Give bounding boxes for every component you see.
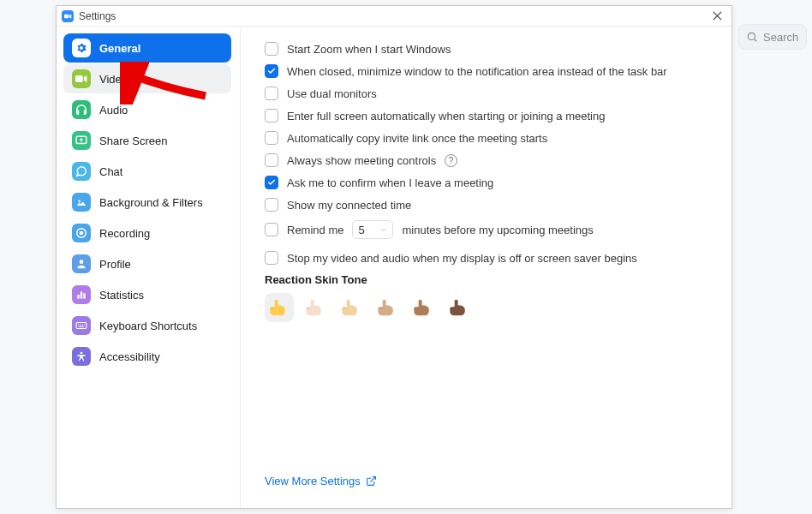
remind-minutes-value: 5	[358, 224, 364, 236]
svg-point-14	[82, 324, 83, 325]
svg-rect-2	[75, 75, 83, 82]
skin-tone-picker	[265, 293, 708, 322]
sidebar-item-keyboard-shortcuts[interactable]: Keyboard Shortcuts	[63, 311, 231, 340]
svg-rect-9	[81, 292, 82, 299]
checkbox-copy-invite-link[interactable]	[265, 131, 278, 145]
skin-tone-4[interactable]	[373, 293, 402, 322]
option-label: Enter full screen automatically when sta…	[287, 110, 605, 123]
checkbox-start-with-windows[interactable]	[265, 42, 278, 56]
sidebar-item-background-filters[interactable]: Background & Filters	[63, 188, 231, 217]
sidebar-item-label: Video	[99, 73, 128, 86]
sidebar-item-label: Share Screen	[99, 134, 168, 147]
sidebar-item-profile[interactable]: Profile	[63, 249, 231, 278]
remind-minutes-select[interactable]: 5	[352, 220, 393, 239]
window-title: Settings	[79, 10, 116, 22]
view-more-settings-link[interactable]: View More Settings	[265, 475, 377, 487]
accessibility-icon	[72, 347, 91, 366]
sidebar-item-video[interactable]: Video	[63, 64, 231, 93]
keyboard-icon	[72, 316, 91, 335]
titlebar: Settings	[57, 6, 731, 27]
option-label: Show my connected time	[287, 199, 411, 212]
record-icon	[72, 224, 91, 242]
settings-window: Settings GeneralVideoAudioShare ScreenCh…	[56, 5, 732, 509]
checkbox-dual-monitors[interactable]	[265, 87, 278, 100]
sidebar-item-audio[interactable]: Audio	[63, 95, 231, 124]
skin-tone-6[interactable]	[445, 293, 474, 322]
sidebar-item-label: Accessibility	[99, 350, 160, 363]
skin-tone-label: Reaction Skin Tone	[265, 273, 708, 286]
option-connected-time: Show my connected time	[265, 198, 708, 212]
checkbox-confirm-leave[interactable]	[265, 176, 278, 189]
settings-content: Start Zoom when I start WindowsWhen clos…	[241, 27, 731, 508]
option-label: Always show meeting controls	[287, 154, 436, 167]
svg-rect-8	[77, 295, 79, 299]
help-icon[interactable]: ?	[445, 154, 457, 167]
share-icon	[72, 131, 91, 150]
headphones-icon	[72, 100, 91, 119]
option-remind: Remind me5minutes before my upcoming mee…	[265, 220, 708, 239]
option-label: Ask me to confirm when I leave a meeting	[287, 176, 493, 189]
checkbox-connected-time[interactable]	[265, 198, 278, 212]
svg-rect-1	[64, 14, 69, 18]
zoom-app-icon	[62, 10, 74, 22]
background-search-placeholder: Search	[763, 31, 798, 44]
option-label: Stop my video and audio when my display …	[287, 252, 637, 265]
sidebar-item-label: Profile	[99, 258, 131, 271]
svg-rect-16	[79, 326, 84, 327]
svg-point-7	[80, 260, 84, 264]
svg-rect-11	[76, 323, 87, 329]
svg-rect-10	[83, 293, 85, 298]
sidebar-item-label: General	[99, 42, 140, 55]
svg-point-12	[78, 324, 79, 325]
option-label: Use dual monitors	[287, 87, 377, 100]
svg-point-4	[78, 200, 81, 203]
option-confirm-leave: Ask me to confirm when I leave a meeting	[265, 176, 708, 189]
option-label-post: minutes before my upcoming meetings	[402, 224, 593, 236]
option-stop-on-screensaver: Stop my video and audio when my display …	[265, 251, 708, 265]
sidebar-item-general[interactable]: General	[63, 33, 231, 63]
sidebar-item-share-screen[interactable]: Share Screen	[63, 126, 231, 155]
skin-tone-1[interactable]	[265, 293, 294, 322]
sidebar-item-statistics[interactable]: Statistics	[63, 280, 231, 309]
option-start-with-windows: Start Zoom when I start Windows	[265, 42, 708, 56]
close-button[interactable]	[708, 7, 726, 26]
svg-point-6	[80, 231, 84, 236]
option-label: Start Zoom when I start Windows	[287, 43, 451, 56]
sidebar-item-label: Background & Filters	[99, 196, 203, 209]
sidebar-item-label: Statistics	[99, 289, 144, 302]
image-icon	[72, 193, 91, 212]
option-label: Remind me	[287, 224, 343, 236]
skin-tone-3[interactable]	[337, 293, 366, 322]
sidebar-item-label: Chat	[99, 165, 122, 178]
option-show-controls: Always show meeting controls?	[265, 153, 708, 167]
sidebar-item-accessibility[interactable]: Accessibility	[63, 342, 231, 371]
gear-icon	[72, 39, 91, 57]
option-copy-invite-link: Automatically copy invite link once the …	[265, 131, 708, 145]
checkbox-enter-fullscreen[interactable]	[265, 109, 278, 123]
close-icon	[713, 11, 722, 21]
sidebar-item-recording[interactable]: Recording	[63, 218, 231, 248]
checkbox-stop-on-screensaver[interactable]	[265, 251, 278, 265]
stats-icon	[72, 285, 91, 304]
svg-point-15	[84, 324, 85, 325]
background-search[interactable]: Search	[738, 24, 807, 50]
sidebar-item-label: Keyboard Shortcuts	[99, 320, 197, 332]
skin-tone-5[interactable]	[409, 293, 438, 322]
checkbox-remind[interactable]	[265, 223, 278, 236]
option-label: Automatically copy invite link once the …	[287, 132, 547, 145]
view-more-label: View More Settings	[265, 475, 361, 487]
settings-sidebar: GeneralVideoAudioShare ScreenChatBackgro…	[57, 27, 241, 508]
search-icon	[746, 31, 758, 43]
svg-point-0	[748, 33, 755, 39]
sidebar-item-chat[interactable]: Chat	[63, 157, 231, 186]
checkbox-show-controls[interactable]	[265, 153, 278, 167]
video-icon	[72, 69, 91, 88]
option-minimize-to-tray: When closed, minimize window to the noti…	[265, 64, 708, 78]
option-label: When closed, minimize window to the noti…	[287, 65, 667, 78]
svg-point-13	[80, 324, 81, 325]
sidebar-item-label: Recording	[99, 227, 150, 240]
checkbox-minimize-to-tray[interactable]	[265, 64, 278, 78]
skin-tone-2[interactable]	[301, 293, 330, 322]
user-icon	[72, 254, 91, 273]
sidebar-item-label: Audio	[99, 104, 128, 117]
